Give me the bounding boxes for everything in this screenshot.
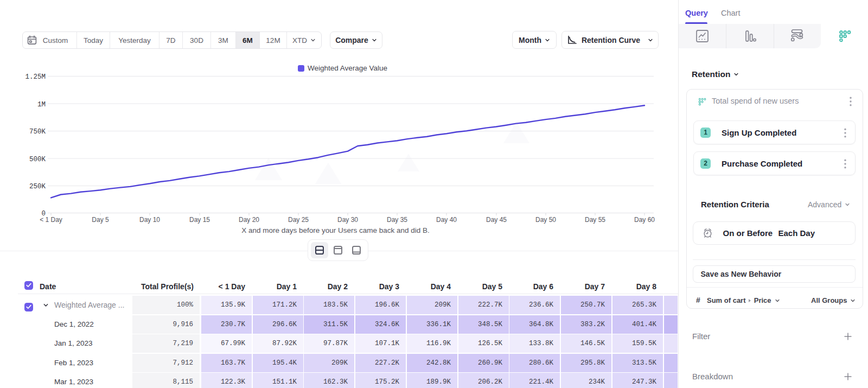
svg-text:Day 20: Day 20 xyxy=(239,216,259,224)
svg-text:Day 5: Day 5 xyxy=(92,216,109,224)
svg-text:Day 15: Day 15 xyxy=(189,216,210,224)
svg-text:1M: 1M xyxy=(37,101,46,109)
svg-text:Day 35: Day 35 xyxy=(387,216,407,224)
svg-text:Day 25: Day 25 xyxy=(288,216,309,224)
svg-text:250K: 250K xyxy=(29,183,46,190)
svg-text:Day 50: Day 50 xyxy=(535,216,556,224)
svg-text:Day 10: Day 10 xyxy=(139,216,160,224)
svg-text:Day 30: Day 30 xyxy=(337,216,358,224)
svg-text:500K: 500K xyxy=(29,156,46,163)
svg-text:750K: 750K xyxy=(29,128,46,136)
svg-text:Day 40: Day 40 xyxy=(436,216,457,224)
svg-text:Day 60: Day 60 xyxy=(634,216,655,224)
svg-text:1.25M: 1.25M xyxy=(25,73,46,81)
svg-text:Day 55: Day 55 xyxy=(585,216,605,224)
svg-text:< 1 Day: < 1 Day xyxy=(40,216,62,224)
svg-text:Day 45: Day 45 xyxy=(486,216,507,224)
